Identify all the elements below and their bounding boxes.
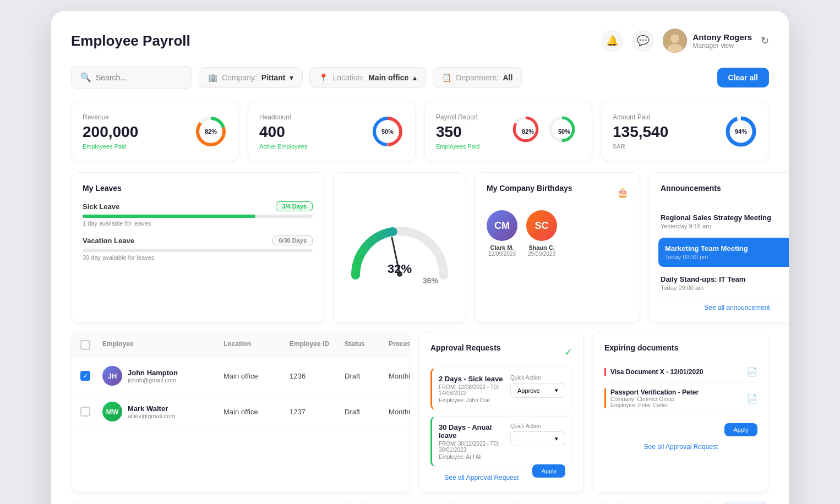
filters-bar: 🔍 🏢 Company: Pittant ▾ 📍 Location: Main …: [71, 66, 769, 89]
bottom-accepted: Accepted 12: [668, 502, 716, 504]
table-row: MW Mark Walter alliev@gmail.com Main off…: [72, 394, 410, 430]
announcements-card: Announcements 📺 Regional Sales Strategy …: [649, 172, 789, 323]
payroll-donut2: 50%: [548, 115, 581, 148]
birthday-list: CM Clark M. 12/09/2023 SC Shaun C. 25/09…: [487, 210, 629, 257]
birthdays-card: My Company Birthdays 🎂 CM Clark M. 12/09…: [475, 172, 640, 323]
user-details: Antony Rogers Manager view: [692, 32, 752, 50]
row2-employee: MW Mark Walter alliev@gmail.com: [102, 402, 223, 421]
chevron-down-icon: ▾: [555, 435, 558, 442]
chevron-down-icon: ▾: [555, 387, 558, 394]
employee-table: Employee Location Employee ID Status Pro…: [71, 332, 410, 493]
announcement-3: Daily Stand-ups: IT Team Today 09:00 am …: [661, 270, 789, 297]
search-input[interactable]: [96, 73, 183, 82]
department-label: Department:: [456, 73, 498, 82]
department-filter[interactable]: 📋 Department: All: [433, 67, 522, 88]
birthday-icon: 🎂: [617, 187, 629, 199]
gauge-card: 32% 36%: [333, 172, 466, 323]
company-label: Company:: [222, 73, 257, 82]
chevron-up-icon: ▴: [413, 73, 417, 82]
clear-all-button[interactable]: Clear all: [717, 68, 769, 87]
notifications-button[interactable]: 🔔: [601, 30, 623, 52]
user-role: Manager view: [692, 42, 752, 50]
search-box: 🔍: [71, 66, 192, 89]
messages-button[interactable]: 💬: [632, 30, 654, 52]
approval-item-1: 2 Days - Sick leave FROM: 12/08/2022 - T…: [430, 368, 572, 410]
leave-vacation: Vacation Leave 0/30 Days 30 day availabl…: [83, 235, 313, 261]
expiring-docs-title: Expiring documents: [604, 343, 757, 352]
payroll-donut1: 82%: [511, 115, 544, 148]
approve-action-1[interactable]: Approve ▾: [510, 383, 565, 398]
announcements-title: Announcements: [661, 184, 721, 193]
see-all-docs[interactable]: See all Approval Request: [604, 443, 757, 451]
approve-action-2[interactable]: ▾: [510, 431, 565, 446]
select-all-checkbox[interactable]: [80, 340, 90, 350]
bottom-accepted-amount: Accepted amount SAR 450,000.00: [359, 502, 438, 504]
location-label: Location:: [332, 73, 364, 82]
company-filter[interactable]: 🏢 Company: Pittant ▾: [199, 67, 303, 88]
user-info: Antony Rogers Manager view: [663, 29, 752, 53]
expiring-docs-card: Expiring documents Visa Document X - 12/…: [593, 332, 769, 493]
refresh-button[interactable]: ↻: [761, 35, 769, 47]
apply-button-1[interactable]: Apply: [532, 464, 565, 478]
table-header: Employee Location Employee ID Status Pro…: [72, 332, 410, 358]
gauge-chart: 32% 36%: [345, 215, 455, 281]
content-row: Employee Location Employee ID Status Pro…: [71, 332, 769, 493]
leave-sick: Sick Leave 3/4 Days 1 day available for …: [83, 201, 313, 227]
department-value: All: [503, 73, 512, 82]
row1-checkbox[interactable]: ✓: [80, 371, 90, 381]
bottom-draft: Draft 6: [614, 502, 662, 504]
department-icon: 📋: [442, 73, 451, 82]
table-row: ✓ JH John Hampton johnh@gmail.com Main o…: [72, 358, 410, 394]
bottom-paid: Paid 90: [444, 502, 523, 504]
chevron-down-icon: ▾: [290, 73, 293, 82]
announcement-2: Marketing Team Meeting Today 03:30 pm ··…: [658, 238, 789, 267]
svg-point-1: [670, 34, 679, 43]
bottom-locked-count: Locked 3: [722, 502, 769, 504]
birthdays-title: My Company Birthdays: [487, 184, 572, 193]
doc-item-1: Visa Document X - 12/01/2020 📄: [604, 361, 757, 383]
bottom-stats: Total this month SAR 500,000.00 Total em…: [71, 502, 769, 504]
header-right: 🔔 💬 Antony Rogers Manager view ↻: [601, 29, 769, 53]
avatar: [663, 29, 687, 53]
announcement-1: Regional Sales Strategy Meeting Yesterda…: [661, 208, 789, 235]
birthday-person-1: CM Clark M. 12/09/2023: [487, 210, 517, 257]
bottom-total-month: Total this month SAR 500,000.00: [71, 502, 228, 504]
header: Employee Payroll 🔔 💬 Antony Rogers Manag…: [71, 29, 769, 53]
revenue-donut: 82%: [194, 115, 227, 148]
doc-download-icon-2[interactable]: 📄: [746, 393, 757, 404]
approval-item-2: 30 Days - Anual leave FROM: 30/12/2022 -…: [430, 416, 572, 467]
headcount-donut: 50%: [371, 115, 404, 148]
check-icon: ✓: [564, 346, 572, 358]
bottom-total-employees: Total employees 100: [234, 502, 352, 504]
stat-revenue: Revenue 200,000 Employees Paid 82%: [71, 102, 239, 161]
stat-amount: Amount Paid 135,540 SAR 94%: [601, 102, 769, 161]
amount-donut: 94%: [724, 115, 757, 148]
birthday-person-2: SC Shaun C. 25/09/2023: [526, 210, 557, 257]
doc-download-icon[interactable]: 📄: [746, 366, 757, 377]
apply-button-2[interactable]: Apply: [724, 423, 757, 436]
stat-payroll: Payroll Report 350 Employees Paid 82%: [424, 102, 592, 161]
leaves-title: My Leaves: [83, 184, 313, 193]
company-value: Pittant: [261, 73, 286, 82]
page-title: Employee Payroll: [71, 32, 190, 50]
approval-title: Approval Requests: [430, 343, 501, 352]
search-icon: 🔍: [80, 72, 91, 83]
leaves-card: My Leaves Sick Leave 3/4 Days 1 day avai…: [71, 172, 324, 323]
row2-checkbox[interactable]: [80, 407, 90, 417]
stats-grid: Revenue 200,000 Employees Paid 82% Headc…: [71, 102, 769, 161]
mid-section: My Leaves Sick Leave 3/4 Days 1 day avai…: [71, 172, 769, 323]
bottom-locked-amount: Locked amount SAR 32.425.32: [530, 502, 608, 504]
row1-employee: JH John Hampton johnh@gmail.com: [102, 366, 223, 386]
location-icon: 📍: [319, 73, 328, 82]
location-filter[interactable]: 📍 Location: Main office ▴: [309, 67, 426, 88]
see-all-announcements[interactable]: See all announcement: [661, 304, 789, 311]
doc-item-2: Passport Verification - Peter Company: C…: [604, 383, 757, 414]
user-name: Antony Rogers: [692, 32, 752, 42]
location-value: Main office: [368, 73, 408, 82]
approval-card: Approval Requests ✓ 2 Days - Sick leave …: [419, 332, 584, 493]
stat-headcount: Headcount 400 Active Employees 50%: [248, 102, 416, 161]
company-icon: 🏢: [208, 73, 217, 82]
